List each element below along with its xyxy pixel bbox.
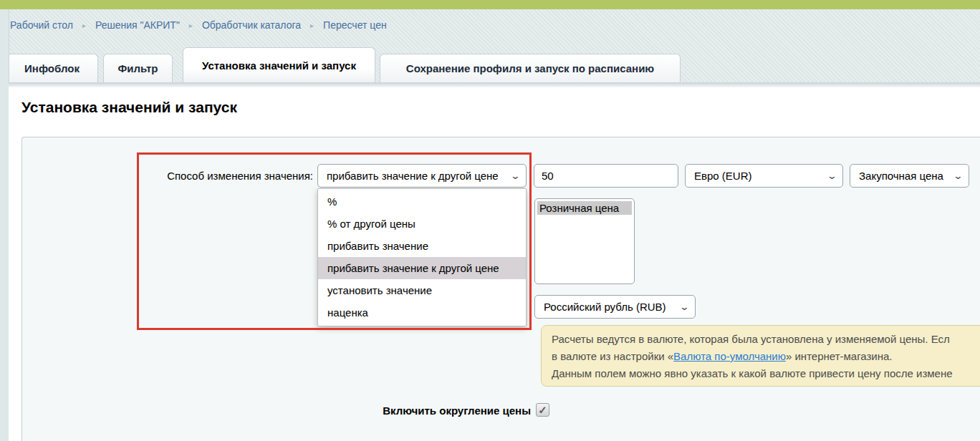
dropdown-option-markup[interactable]: наценка <box>318 301 526 324</box>
method-dropdown-list: % % от другой цены прибавить значение пр… <box>317 188 527 326</box>
listbox-option-retail-price[interactable]: Розничная цена <box>537 201 632 215</box>
result-currency-select-value: Российский рубль (RUB) <box>544 301 666 313</box>
chevron-right-icon: ▸ <box>310 21 314 29</box>
breadcrumb-item-catalog-processor[interactable]: Обработчик каталога <box>202 19 301 31</box>
chevron-down-icon: ⌄ <box>510 171 521 180</box>
info-line-2: в валюте из настройки «Валюта по-умолчан… <box>552 348 980 365</box>
tab-filter[interactable]: Фильтр <box>103 54 173 82</box>
tab-bottom-shadow <box>9 82 980 87</box>
currency-select[interactable]: Евро (EUR) ⌄ <box>685 164 843 188</box>
rounding-checkbox[interactable]: ✓ <box>536 403 549 417</box>
dropdown-option-add-value[interactable]: прибавить значение <box>318 235 526 257</box>
breadcrumb-item-akrit-solutions[interactable]: Решения "АКРИТ" <box>95 19 180 31</box>
default-currency-link[interactable]: Валюта по-умолчанию <box>673 350 786 362</box>
chevron-down-icon: ⌄ <box>953 171 964 180</box>
info-line-1: Расчеты ведутся в валюте, которая была у… <box>552 331 980 348</box>
chevron-down-icon: ⌄ <box>679 302 690 311</box>
price-type-select-value: Закупочная цена <box>859 170 943 182</box>
dropdown-option-set-value[interactable]: установить значение <box>318 279 526 301</box>
tab-set-values-and-run[interactable]: Установка значений и запуск <box>183 47 375 82</box>
dropdown-option-percent-of-other-price[interactable]: % от другой цены <box>318 213 526 235</box>
page-title: Установка значений и запуск <box>21 99 237 116</box>
method-select-value: прибавить значение к другой цене <box>327 170 499 182</box>
rounding-label: Включить округление цены <box>287 404 531 417</box>
dropdown-option-percent[interactable]: % <box>318 190 526 213</box>
chevron-right-icon: ▸ <box>189 21 193 29</box>
breadcrumb-item-price-recalc[interactable]: Пересчет цен <box>323 19 387 31</box>
dropdown-option-add-value-to-other-price[interactable]: прибавить значение к другой цене <box>318 257 526 279</box>
price-type-select[interactable]: Закупочная цена ⌄ <box>850 164 969 188</box>
tab-save-profile-schedule[interactable]: Сохранение профиля и запуск по расписани… <box>380 54 681 82</box>
breadcrumb-item-desktop[interactable]: Рабочий стол <box>10 19 73 31</box>
method-label: Способ изменения значения: <box>136 170 313 182</box>
top-accent-bar <box>0 0 980 9</box>
checkmark-icon: ✓ <box>538 404 547 415</box>
chevron-right-icon: ▸ <box>82 21 86 29</box>
breadcrumb: Рабочий стол ▸ Решения "АКРИТ" ▸ Обработ… <box>10 19 387 32</box>
chevron-down-icon: ⌄ <box>827 171 837 180</box>
method-select[interactable]: прибавить значение к другой цене ⌄ <box>317 164 527 188</box>
currency-info-box: Расчеты ведутся в валюте, которая была у… <box>541 325 980 387</box>
tab-infoblock[interactable]: Инфоблок <box>6 54 98 82</box>
result-currency-select[interactable]: Российский рубль (RUB) ⌄ <box>534 295 696 319</box>
value-input[interactable] <box>534 164 678 188</box>
target-price-listbox[interactable]: Розничная цена <box>534 198 635 284</box>
info-line-3: Данным полем можно явно указать к какой … <box>552 365 980 382</box>
currency-select-value: Евро (EUR) <box>694 170 752 182</box>
